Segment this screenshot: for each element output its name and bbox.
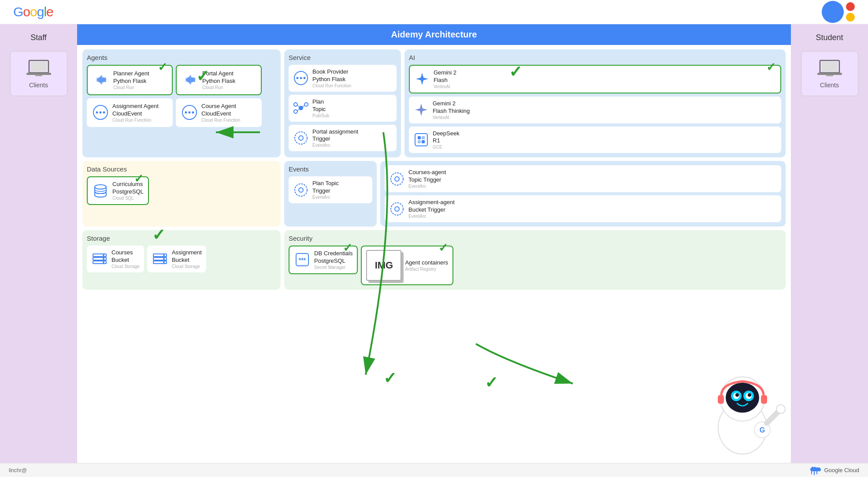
robot-svg: G <box>698 366 786 458</box>
service-panel: Service Book ProviderPython Flask <box>284 49 401 157</box>
svg-point-17 <box>185 112 187 114</box>
svg-point-21 <box>297 77 299 79</box>
svg-point-15 <box>103 112 105 114</box>
svg-point-63 <box>726 383 759 413</box>
svg-point-58 <box>163 261 165 263</box>
laptop-icon-student <box>816 59 843 78</box>
laptop-icon <box>26 59 52 78</box>
svg-rect-35 <box>415 134 427 146</box>
svg-marker-9 <box>96 75 106 85</box>
svg-rect-38 <box>418 140 421 143</box>
bottom-user: linchr@ <box>9 467 27 473</box>
svg-point-26 <box>304 103 308 106</box>
agents-panel: Agents ✓ Planner AgentPyth <box>82 49 281 157</box>
svg-point-46 <box>395 207 399 211</box>
arch-row-2: Data Sources ✓ Curri <box>82 161 786 227</box>
svg-rect-39 <box>422 140 425 143</box>
eventarc-icon-courses <box>389 171 405 187</box>
agents-panel-label: Agents <box>87 54 276 61</box>
courses-agent-trigger-card: Courses-agentTopic Trigger EventArc <box>385 165 781 192</box>
svg-point-50 <box>103 254 104 256</box>
svg-point-69 <box>748 393 751 397</box>
svg-marker-34 <box>415 104 427 116</box>
courses-bucket-card: CoursesBucket Cloud Storage <box>87 246 144 272</box>
svg-point-24 <box>299 106 303 110</box>
bottom-bar: linchr@ Google Cloud <box>0 463 868 477</box>
portal-assignment-trigger-card: Portal assignmentTrigger EventArc <box>289 125 397 152</box>
google-assistant-icon <box>822 1 855 23</box>
robot-mascot: G <box>698 366 786 458</box>
book-provider-card: Book ProviderPython Flask Cloud Run Func… <box>289 65 397 92</box>
eventarc-icon-assignment <box>389 201 405 217</box>
portal-agent-card: Portal AgentPython Flask Cloud Run <box>176 65 262 95</box>
cloud-func-icon-course <box>181 104 198 121</box>
svg-point-52 <box>103 261 104 263</box>
main-layout: Google Staff Clients Student <box>0 0 868 477</box>
svg-rect-71 <box>761 395 767 404</box>
green-check-planner: ✓ <box>158 60 167 74</box>
storage-panel: Storage <box>82 230 281 290</box>
security-label: Security <box>289 235 781 242</box>
svg-rect-36 <box>418 136 421 139</box>
gemini2-flash-thinking-card: Gemini 2Flash Thinking VertexAI <box>409 97 781 123</box>
storage-icon-assignment <box>152 250 168 267</box>
events-label: Events <box>289 165 372 173</box>
storage-icon-courses <box>91 250 108 267</box>
svg-rect-2 <box>26 73 51 75</box>
student-clients-card: Clients <box>801 51 858 96</box>
green-check-gemini: ✓ <box>766 60 776 74</box>
student-client-label: Clients <box>809 82 851 89</box>
svg-point-45 <box>391 203 403 215</box>
arch-row-3: Storage <box>82 230 786 290</box>
student-label: Student <box>816 33 843 42</box>
assignment-agent-text: Assignment AgentCloudEvent Cloud Run Fun… <box>112 103 159 123</box>
deepseek-icon <box>413 132 429 148</box>
svg-rect-5 <box>822 62 838 71</box>
svg-point-42 <box>299 188 303 192</box>
arch-row-1: Agents ✓ Planner AgentPyth <box>82 49 786 157</box>
svg-point-31 <box>295 132 307 144</box>
svg-point-68 <box>735 393 739 397</box>
staff-label: Staff <box>30 33 47 42</box>
storage-label: Storage <box>87 235 276 242</box>
arch-header: Aidemy Architecture <box>77 24 791 45</box>
svg-text:***: *** <box>299 257 306 264</box>
svg-line-29 <box>302 105 304 107</box>
db-credentials-card: ✓ *** DB CredentialsPostgreSQL Secret Ma… <box>289 246 358 274</box>
plan-topic-trigger-card: Plan TopicTrigger EventArc <box>289 176 372 203</box>
curriculums-card: ✓ CurriculumsPostgreSQL Cloud SQL <box>87 176 149 205</box>
course-agent-card: Course AgentCloudEvent Cloud Run Functio… <box>176 98 262 127</box>
events-panel: Events Plan TopicTrigger EventArc <box>284 161 377 227</box>
cloud-func-icon-assignment <box>92 104 109 121</box>
deepseek-r1-card: DeepSeekR1 GCE <box>409 127 781 153</box>
arch-wrapper: Aidemy Architecture Agents ✓ <box>77 24 791 463</box>
svg-point-74 <box>776 405 785 414</box>
google-logo: Google <box>13 4 53 19</box>
svg-rect-1 <box>31 62 47 71</box>
svg-point-41 <box>295 184 307 196</box>
staff-client-label: Clients <box>18 82 60 89</box>
gemini-icon <box>414 71 430 87</box>
triggers-extra-panel: Courses-agentTopic Trigger EventArc <box>380 161 786 227</box>
svg-point-14 <box>100 112 102 114</box>
svg-marker-33 <box>416 73 428 85</box>
assignment-bucket-card: AssignmentBucket Cloud Storage <box>147 246 206 272</box>
green-check-dbcred: ✓ <box>343 241 352 255</box>
student-sidebar: Student Clients <box>791 24 868 463</box>
img-box: IMG <box>366 250 401 281</box>
cloud-run-icon-planner <box>93 71 110 88</box>
assignment-bucket-trigger-card: Assignment-agentBucket Trigger EventArc <box>385 195 781 222</box>
svg-point-27 <box>294 110 297 113</box>
svg-point-25 <box>294 103 297 106</box>
svg-point-57 <box>163 258 165 260</box>
plan-topic-card: PlanTopic Pub/Sub <box>289 95 397 122</box>
svg-text:G: G <box>760 426 765 434</box>
gcloud-icon <box>808 465 821 476</box>
svg-marker-11 <box>185 75 195 85</box>
svg-point-22 <box>300 77 302 79</box>
ai-panel-label: AI <box>409 54 781 61</box>
planner-agent-text: Planner AgentPython Flask Cloud Run <box>113 70 149 90</box>
svg-point-19 <box>192 112 194 114</box>
svg-rect-7 <box>826 75 833 76</box>
google-cloud-text: Google Cloud <box>824 467 860 473</box>
